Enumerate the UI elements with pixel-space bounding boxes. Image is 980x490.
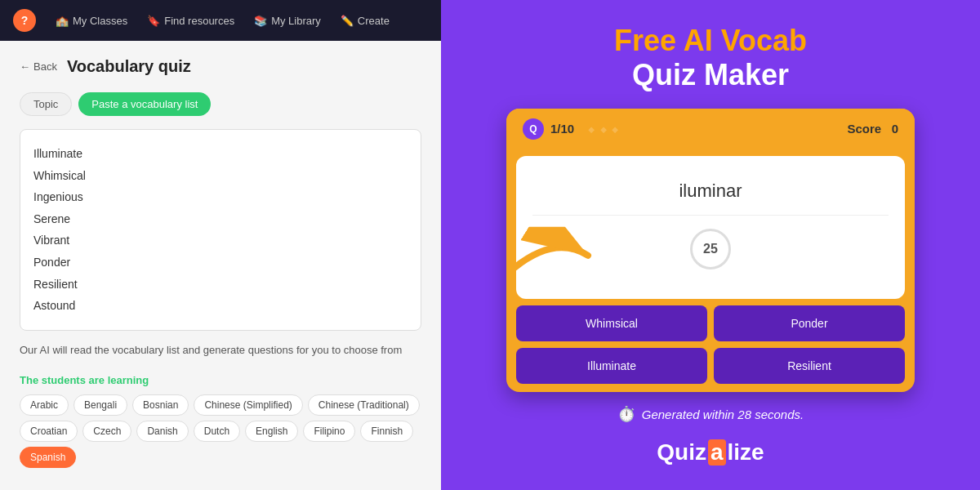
main-content: ← Back Vocabulary quiz Topic Paste a voc… [0, 41, 441, 490]
promo-line1: Free AI Vocab [614, 24, 807, 57]
logo-prefix: Quiz [657, 439, 706, 466]
logo-suffix: lize [728, 439, 764, 466]
quizalize-logo: Quiz a lize [657, 439, 764, 466]
nav-classes-label: My Classes [73, 15, 127, 27]
answer-grid: Whimsical Ponder Illuminate Resilient [506, 305, 915, 392]
lang-chinese-traditional[interactable]: Chinese (Traditional) [308, 394, 420, 416]
vocab-word-7: Resilient [33, 274, 408, 296]
vocab-word-4: Serene [33, 208, 408, 230]
back-row: ← Back Vocabulary quiz [20, 57, 421, 76]
nav-find-label: Find resources [164, 15, 234, 27]
answer-1[interactable]: Whimsical [516, 305, 707, 341]
lang-filipino[interactable]: Filipino [303, 421, 355, 442]
nav-my-library[interactable]: 📚 My Library [254, 15, 321, 27]
lang-bengali[interactable]: Bengali [74, 394, 127, 416]
vocab-word-1: Illuminate [33, 143, 408, 165]
promo-line2: Quiz Maker [614, 57, 807, 92]
nav-find-resources[interactable]: 🔖 Find resources [147, 15, 234, 27]
lang-bosnian[interactable]: Bosnian [132, 394, 189, 416]
lang-arabic[interactable]: Arabic [20, 394, 69, 416]
lang-finnish[interactable]: Finnish [360, 421, 413, 442]
right-panel: Free AI Vocab Quiz Maker Q 1/10 ⬥ ⬥ ⬥ Sc… [441, 0, 980, 490]
vocab-list-box: Illuminate Whimsical Ingenious Serene Vi… [20, 129, 421, 331]
lang-dutch[interactable]: Dutch [194, 421, 240, 442]
vocab-word-8: Astound [33, 295, 408, 317]
answer-3[interactable]: Illuminate [516, 348, 707, 384]
tab-row: Topic Paste a vocabulary list [20, 92, 421, 116]
score-label: Score [847, 122, 881, 136]
vocab-word-6: Ponder [33, 252, 408, 274]
back-arrow-icon: ← [20, 60, 30, 73]
vocab-word-5: Vibrant [33, 229, 408, 252]
classes-icon: 🏫 [56, 15, 69, 27]
left-panel: ? 🏫 My Classes 🔖 Find resources 📚 My Lib… [0, 0, 441, 490]
lang-croatian[interactable]: Croatian [20, 421, 78, 442]
vocab-word-3: Ingenious [33, 186, 408, 208]
page-title: Vocabulary quiz [67, 57, 191, 76]
create-icon: ✏️ [341, 15, 354, 27]
navbar: ? 🏫 My Classes 🔖 Find resources 📚 My Lib… [0, 0, 441, 41]
find-icon: 🔖 [147, 15, 160, 27]
lang-chinese-simplified[interactable]: Chinese (Simplified) [194, 394, 302, 416]
quiz-progress: Q 1/10 ⬥ ⬥ ⬥ [523, 118, 619, 140]
score-value: 0 [892, 122, 898, 136]
nav-create-label: Create [358, 15, 390, 27]
quiz-score: Score 0 [847, 122, 898, 136]
lang-danish[interactable]: Danish [136, 421, 188, 442]
library-icon: 📚 [254, 15, 267, 27]
tab-topic[interactable]: Topic [20, 92, 72, 116]
quiz-card: Q 1/10 ⬥ ⬥ ⬥ Score 0 iluminar 25 Whimsic… [506, 109, 915, 392]
quiz-question-area: iluminar 25 [516, 156, 905, 299]
generated-text: ⏱️ Generated within 28 seconds. [617, 405, 804, 423]
progress-text: 1/10 [550, 122, 574, 136]
nav-library-label: My Library [271, 15, 321, 27]
lang-czech[interactable]: Czech [82, 421, 131, 442]
answer-4[interactable]: Resilient [714, 348, 905, 384]
nav-my-classes[interactable]: 🏫 My Classes [56, 15, 127, 27]
vocab-word-2: Whimsical [33, 165, 408, 187]
learning-label: The students are learning [20, 374, 421, 386]
ai-description: Our AI will read the vocabulary list and… [20, 342, 421, 359]
q-icon: Q [523, 118, 544, 140]
lang-spanish[interactable]: Spanish [20, 447, 76, 468]
nav-create[interactable]: ✏️ Create [341, 15, 390, 27]
logo: ? [13, 9, 36, 32]
back-label: Back [33, 60, 57, 73]
timer-emoji-icon: ⏱️ [617, 405, 635, 423]
divider [532, 215, 889, 216]
dots-decoration: ⬥ ⬥ ⬥ [587, 122, 619, 136]
lang-english[interactable]: English [245, 421, 298, 442]
logo-highlight: a [708, 439, 726, 466]
timer-circle: 25 [690, 229, 731, 270]
tab-paste[interactable]: Paste a vocabulary list [78, 92, 211, 116]
answer-2[interactable]: Ponder [714, 305, 905, 341]
quiz-header: Q 1/10 ⬥ ⬥ ⬥ Score 0 [506, 109, 915, 149]
language-tags: Arabic Bengali Bosnian Chinese (Simplifi… [20, 394, 421, 468]
promo-title: Free AI Vocab Quiz Maker [614, 24, 807, 92]
generated-label: Generated within 28 seconds. [642, 408, 804, 421]
back-button[interactable]: ← Back [20, 60, 57, 73]
quiz-word: iluminar [532, 180, 889, 202]
